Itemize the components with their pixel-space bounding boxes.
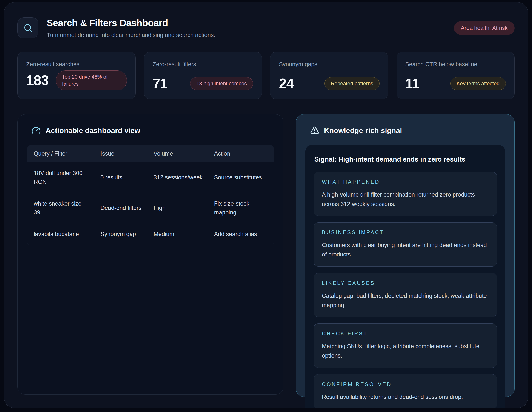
page-title: Search & Filters Dashboard (47, 18, 446, 28)
cell-issue: 0 results (94, 162, 147, 193)
stat-card-synonym-gaps: Synonym gaps 24 Repeated patterns (270, 52, 388, 99)
stat-badge: Key terms affected (450, 77, 506, 90)
knowledge-signal-panel: Knowledge-rich signal Signal: High-inten… (296, 114, 514, 397)
stat-label: Zero-result filters (153, 61, 253, 68)
stat-value: 24 (279, 77, 294, 91)
panel-title: Knowledge-rich signal (324, 126, 402, 135)
page-subtitle: Turn unmet demand into clear merchandisi… (47, 32, 446, 38)
stat-value: 183 (26, 73, 49, 87)
column-header-issue: Issue (94, 145, 147, 162)
cell-issue: Dead-end filters (94, 193, 147, 223)
stat-badge: 18 high intent combos (190, 77, 253, 90)
cell-query: 18V drill under 300 RON (27, 162, 94, 193)
section-label: CHECK FIRST (322, 330, 489, 337)
table-row: white sneaker size 39 Dead-end filters H… (27, 193, 274, 223)
section-check-first: CHECK FIRST Matching SKUs, filter logic,… (314, 323, 497, 367)
cell-action: Add search alias (207, 223, 274, 245)
stat-card-row: Zero-result searches 183 Top 20 drive 46… (18, 52, 514, 99)
section-what-happened: WHAT HAPPENED A high-volume drill filter… (314, 172, 497, 216)
cell-action: Fix size-stock mapping (207, 193, 274, 223)
table-row: lavabila bucatarie Synonym gap Medium Ad… (27, 223, 274, 245)
gauge-icon (31, 126, 41, 135)
header-text: Search & Filters Dashboard Turn unmet de… (47, 18, 446, 38)
stat-label: Zero-result searches (26, 61, 127, 68)
section-body: Customers with clear buying intent are h… (322, 241, 489, 259)
stat-value: 71 (153, 77, 168, 91)
section-body: Catalog gap, bad filters, depleted match… (322, 291, 489, 310)
section-business-impact: BUSINESS IMPACT Customers with clear buy… (314, 222, 497, 266)
section-body: Matching SKUs, filter logic, attribute c… (322, 342, 489, 360)
column-header-query: Query / Filter (27, 145, 94, 162)
area-health-badge: Area health: At risk (454, 21, 514, 35)
cell-action: Source substitutes (207, 162, 274, 193)
section-body: Result availability returns and dead-end… (322, 393, 489, 402)
column-header-volume: Volume (147, 145, 207, 162)
stat-badge: Top 20 drive 46% of failures (56, 71, 127, 91)
panels-row: Actionable dashboard view Query / Filter… (18, 114, 514, 397)
cell-query: white sneaker size 39 (27, 193, 94, 223)
section-label: CONFIRM RESOLVED (322, 381, 489, 387)
stat-badge: Repeated patterns (324, 77, 379, 90)
cell-query: lavabila bucatarie (27, 223, 94, 245)
search-icon-tile (18, 17, 38, 38)
cell-volume: 312 sessions/week (147, 162, 207, 193)
panel-title: Actionable dashboard view (46, 126, 140, 135)
cell-volume: High (147, 193, 207, 223)
table-header-row: Query / Filter Issue Volume Action (27, 145, 274, 162)
stat-value: 11 (405, 77, 419, 91)
stat-card-zero-result-filters: Zero-result filters 71 18 high intent co… (144, 52, 262, 99)
signal-title: Signal: High-intent demand ends in zero … (314, 154, 497, 172)
column-header-action: Action (207, 145, 274, 162)
actionable-dashboard-panel: Actionable dashboard view Query / Filter… (18, 114, 284, 395)
section-label: LIKELY CAUSES (322, 280, 489, 286)
section-label: BUSINESS IMPACT (322, 229, 489, 235)
section-body: A high-volume drill filter combination r… (322, 190, 489, 209)
dashboard-root: Search & Filters Dashboard Turn unmet de… (4, 2, 528, 408)
section-label: WHAT HAPPENED (322, 179, 489, 185)
issues-table: Query / Filter Issue Volume Action 18V d… (27, 145, 274, 245)
section-likely-causes: LIKELY CAUSES Catalog gap, bad filters, … (314, 273, 497, 317)
search-icon (23, 23, 33, 33)
stat-label: Synonym gaps (279, 61, 380, 68)
header: Search & Filters Dashboard Turn unmet de… (18, 17, 514, 38)
signal-card: Signal: High-intent demand ends in zero … (305, 145, 505, 408)
stat-card-zero-result-searches: Zero-result searches 183 Top 20 drive 46… (18, 52, 136, 99)
cell-volume: Medium (147, 223, 207, 245)
cell-issue: Synonym gap (94, 223, 147, 245)
table-row: 18V drill under 300 RON 0 results 312 se… (27, 162, 274, 193)
warning-icon (310, 126, 319, 135)
section-confirm-resolved: CONFIRM RESOLVED Result availability ret… (314, 374, 497, 408)
stat-card-search-ctr: Search CTR below baseline 11 Key terms a… (397, 52, 515, 99)
stat-label: Search CTR below baseline (405, 61, 506, 68)
